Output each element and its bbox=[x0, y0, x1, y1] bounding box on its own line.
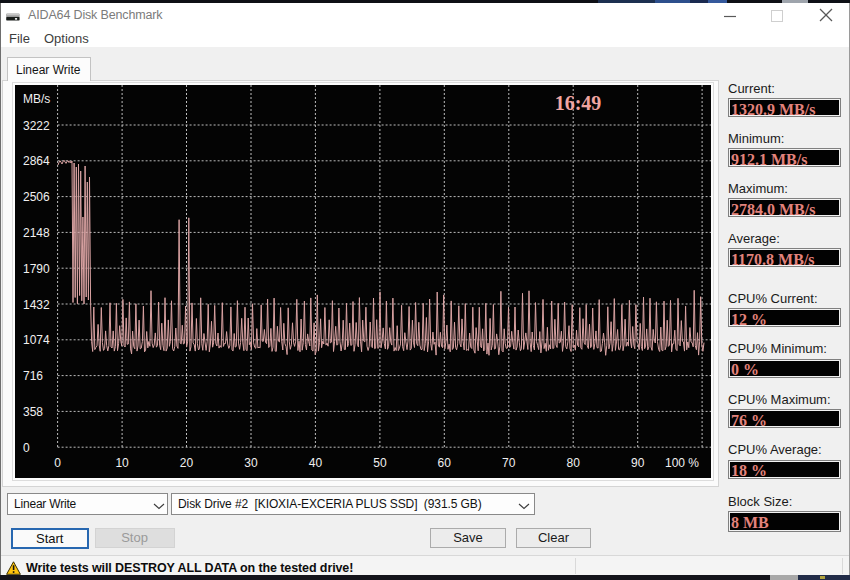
svg-text:70: 70 bbox=[502, 456, 516, 470]
svg-text:2506: 2506 bbox=[23, 190, 50, 204]
svg-text:2864: 2864 bbox=[23, 154, 50, 168]
svg-text:10: 10 bbox=[115, 456, 129, 470]
svg-text:2148: 2148 bbox=[23, 226, 50, 240]
svg-text:1790: 1790 bbox=[23, 262, 50, 276]
svg-text:0: 0 bbox=[54, 456, 61, 470]
svg-text:16:49: 16:49 bbox=[555, 92, 602, 114]
svg-text:60: 60 bbox=[438, 456, 452, 470]
svg-text:50: 50 bbox=[373, 456, 387, 470]
svg-text:80: 80 bbox=[567, 456, 581, 470]
svg-text:20: 20 bbox=[180, 456, 194, 470]
svg-text:1432: 1432 bbox=[23, 298, 50, 312]
svg-text:0: 0 bbox=[23, 441, 30, 455]
svg-text:716: 716 bbox=[23, 369, 43, 383]
svg-text:1074: 1074 bbox=[23, 333, 50, 347]
svg-text:3222: 3222 bbox=[23, 119, 50, 133]
svg-text:30: 30 bbox=[244, 456, 258, 470]
svg-text:100 %: 100 % bbox=[665, 456, 699, 470]
svg-text:MB/s: MB/s bbox=[23, 92, 50, 106]
svg-text:90: 90 bbox=[631, 456, 645, 470]
svg-text:358: 358 bbox=[23, 405, 43, 419]
svg-text:40: 40 bbox=[309, 456, 323, 470]
